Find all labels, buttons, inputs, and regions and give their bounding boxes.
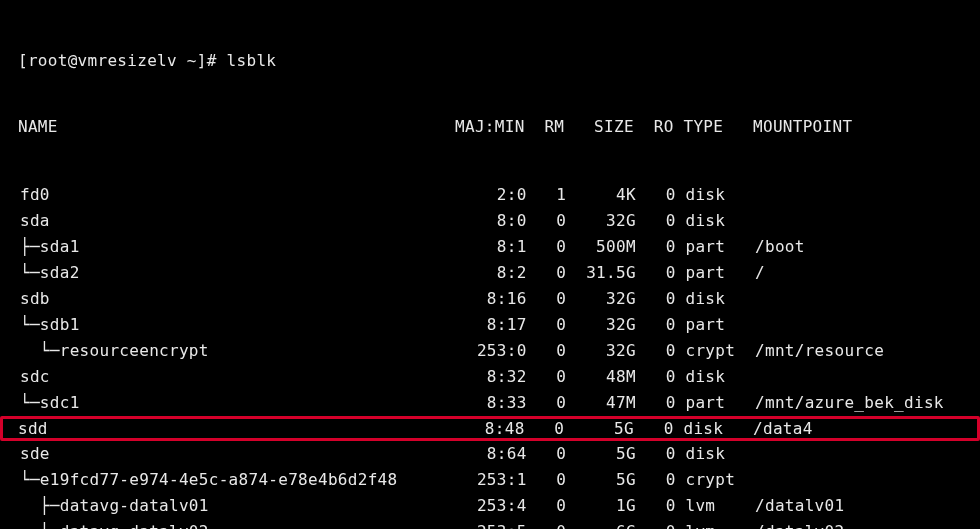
terminal-output: [root@vmresizelv ~]# lsblk NAME MAJ:MIN … (0, 0, 980, 529)
lsblk-row: ├─sda1 8:1 0 500M 0 part /boot (0, 234, 980, 260)
lsblk-row: └─sdc1 8:33 0 47M 0 part /mnt/azure_bek_… (0, 390, 980, 416)
lsblk-row: sdd 8:48 0 5G 0 disk /data4 (0, 416, 980, 441)
lsblk-row: sdc 8:32 0 48M 0 disk (0, 364, 980, 390)
lsblk-row: sde 8:64 0 5G 0 disk (0, 441, 980, 467)
lsblk-row: └─resourceencrypt 253:0 0 32G 0 crypt /m… (0, 338, 980, 364)
lsblk-row: └─e19fcd77-e974-4e5c-a874-e78e4b6d2f48 2… (0, 467, 980, 493)
lsblk-row: sdb 8:16 0 32G 0 disk (0, 286, 980, 312)
lsblk-row: ├─datavg-datalv02 253:5 0 6G 0 lvm /data… (0, 519, 980, 529)
lsblk-row: └─sda2 8:2 0 31.5G 0 part / (0, 260, 980, 286)
lsblk-header: NAME MAJ:MIN RM SIZE RO TYPE MOUNTPOINT (0, 116, 980, 138)
lsblk-row: └─sdb1 8:17 0 32G 0 part (0, 312, 980, 338)
lsblk-row: ├─datavg-datalv01 253:4 0 1G 0 lvm /data… (0, 493, 980, 519)
lsblk-row: fd0 2:0 1 4K 0 disk (0, 182, 980, 208)
lsblk-row: sda 8:0 0 32G 0 disk (0, 208, 980, 234)
prompt-line: [root@vmresizelv ~]# lsblk (0, 50, 980, 72)
